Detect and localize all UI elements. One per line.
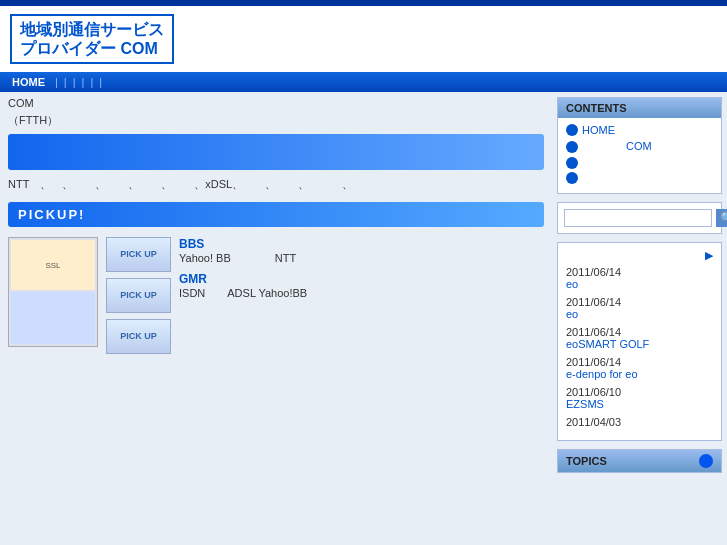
- logo-box[interactable]: 地域別通信サービス プロバイダー COM: [10, 14, 174, 64]
- nav-sep-1: |: [55, 76, 58, 88]
- news-date-1: 2011/06/14: [566, 266, 713, 278]
- news-date-6: 2011/04/03: [566, 416, 713, 428]
- contents-link-com[interactable]: COM: [582, 139, 652, 154]
- contents-item-3[interactable]: [566, 157, 713, 169]
- pickup-btn-3[interactable]: PICK UP: [106, 319, 171, 354]
- contents-item-home[interactable]: HOME: [566, 124, 713, 136]
- pickup-buttons: PICK UP PICK UP PICK UP: [106, 237, 171, 354]
- news-date-4: 2011/06/14: [566, 356, 713, 368]
- page-text: NTT 、 、 、 、 、 、xDSL、 、 、 、: [8, 176, 544, 194]
- news-link-3[interactable]: eoSMART GOLF: [566, 338, 649, 350]
- news-link-2[interactable]: eo: [566, 308, 578, 320]
- gmr-desc: ISDN ADSL Yahoo!BB: [179, 286, 544, 301]
- nav-home[interactable]: HOME: [8, 76, 49, 88]
- dot-icon-4: [566, 172, 578, 184]
- svg-text:SSL: SSL: [45, 261, 61, 270]
- dot-icon-home: [566, 124, 578, 136]
- news-box: ▶ 2011/06/14 eo 2011/06/14 eo 2011/06/14…: [557, 242, 722, 441]
- bbs-desc: Yahoo! BB NTT: [179, 251, 544, 266]
- nav-sep-5: |: [90, 76, 93, 88]
- pickup-bar: PICKUP!: [8, 202, 544, 227]
- thumb-placeholder-main: SSL: [8, 237, 98, 347]
- bbs-section: BBS Yahoo! BB NTT: [179, 237, 544, 266]
- main-wrapper: COM （FTTH） NTT 、 、 、 、 、 、xDSL、 、 、 、 PI…: [0, 92, 727, 478]
- news-date-3: 2011/06/14: [566, 326, 713, 338]
- nav-bar: HOME | | | | | |: [0, 72, 727, 92]
- pickup-right: BBS Yahoo! BB NTT GMR ISDN ADSL Yahoo!BB: [179, 237, 544, 354]
- contents-item-4[interactable]: [566, 172, 713, 184]
- news-item-1: 2011/06/14 eo: [566, 266, 713, 290]
- topics-label: TOPICS: [566, 455, 607, 467]
- news-arrow-icon: ▶: [705, 249, 713, 262]
- page-desc: （FTTH）: [8, 113, 544, 128]
- contents-body: HOME COM: [558, 118, 721, 193]
- search-input[interactable]: [564, 209, 712, 227]
- topics-box: TOPICS: [557, 449, 722, 473]
- gmr-title[interactable]: GMR: [179, 272, 544, 286]
- pickup-btn-2[interactable]: PICK UP: [106, 278, 171, 313]
- news-date-5: 2011/06/10: [566, 386, 713, 398]
- gmr-section: GMR ISDN ADSL Yahoo!BB: [179, 272, 544, 301]
- news-more-arrow[interactable]: ▶: [566, 249, 713, 262]
- nav-sep-4: |: [82, 76, 85, 88]
- breadcrumb: COM: [8, 97, 544, 109]
- nav-sep-3: |: [73, 76, 76, 88]
- pickup-label: PICKUP!: [18, 207, 85, 222]
- right-sidebar: CONTENTS HOME COM: [552, 92, 727, 478]
- contents-header: CONTENTS: [558, 98, 721, 118]
- news-link-1[interactable]: eo: [566, 278, 578, 290]
- nav-sep-6: |: [99, 76, 102, 88]
- search-button[interactable]: 🔍: [716, 209, 727, 227]
- pickup-thumb-main: SSL: [8, 237, 98, 354]
- topics-dot-icon: [699, 454, 713, 468]
- news-link-5[interactable]: EZSMS: [566, 398, 604, 410]
- blue-banner: [8, 134, 544, 170]
- topics-header: TOPICS: [558, 450, 721, 472]
- pickup-section: SSL PICK UP PICK UP PICK UP BBS Yahoo! B…: [8, 237, 544, 354]
- dot-icon-3: [566, 157, 578, 169]
- contents-link-home[interactable]: HOME: [582, 124, 615, 136]
- left-content: COM （FTTH） NTT 、 、 、 、 、 、xDSL、 、 、 、 PI…: [0, 92, 552, 478]
- news-item-2: 2011/06/14 eo: [566, 296, 713, 320]
- news-link-4[interactable]: e-denpo for eo: [566, 368, 638, 380]
- svg-rect-2: [11, 292, 95, 344]
- logo-text: 地域別通信サービス プロバイダー COM: [20, 20, 164, 58]
- news-item-3: 2011/06/14 eoSMART GOLF: [566, 326, 713, 350]
- search-box: 🔍: [557, 202, 722, 234]
- news-item-6: 2011/04/03: [566, 416, 713, 428]
- contents-item-com[interactable]: COM: [566, 139, 713, 154]
- header: 地域別通信サービス プロバイダー COM: [0, 6, 727, 72]
- news-item-4: 2011/06/14 e-denpo for eo: [566, 356, 713, 380]
- news-date-2: 2011/06/14: [566, 296, 713, 308]
- contents-box: CONTENTS HOME COM: [557, 97, 722, 194]
- pickup-btn-1[interactable]: PICK UP: [106, 237, 171, 272]
- nav-sep-2: |: [64, 76, 67, 88]
- dot-icon-com: [566, 141, 578, 153]
- bbs-title[interactable]: BBS: [179, 237, 544, 251]
- news-item-5: 2011/06/10 EZSMS: [566, 386, 713, 410]
